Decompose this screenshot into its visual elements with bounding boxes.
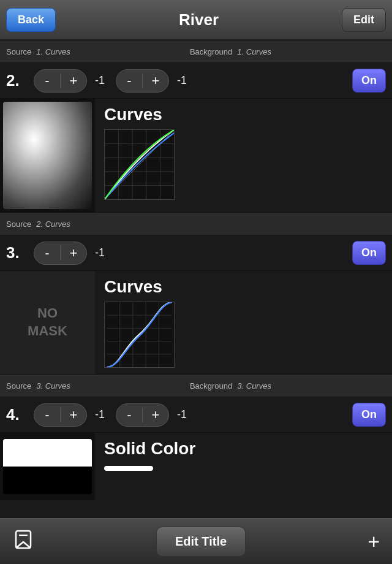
row3-source-curve-label: 2. Curves: [36, 219, 70, 229]
row-4-bar: Source 3. Curves Background 3. Curves: [0, 374, 392, 397]
row-4-content: Solid Color: [0, 433, 392, 500]
row2-source-stepper-group: - + -1: [34, 69, 110, 93]
row4-bg-stepper-group: - + -1: [116, 403, 192, 427]
row4-bg-minus-btn[interactable]: -: [116, 404, 142, 426]
row3-curves-graph[interactable]: [104, 302, 175, 368]
row4-bg-label: Background: [190, 381, 232, 391]
row4-solid-info: Solid Color: [95, 433, 392, 500]
row3-effect-panel: Curves: [95, 271, 392, 374]
row2-source-minus-btn[interactable]: -: [34, 70, 60, 92]
row3-source-val: -1: [90, 246, 110, 259]
row-4-controls: 4. - + -1 - + -1 On: [0, 397, 392, 433]
row4-solid-preview-inner: [3, 439, 92, 494]
row4-bg-stepper: - +: [116, 403, 169, 427]
row2-bg-stepper: - +: [116, 69, 169, 93]
row2-bg-stepper-group: - + -1: [116, 69, 192, 93]
row-2-number: 2.: [6, 71, 34, 90]
row2-source-curve-label: 1. Curves: [36, 47, 70, 56]
row2-bg-val: -1: [172, 74, 192, 87]
row3-source-stepper-group: - + -1: [34, 242, 110, 265]
row4-source-stepper-group: - + -1: [34, 403, 110, 427]
back-button[interactable]: Back: [6, 8, 56, 32]
row3-source-plus-btn[interactable]: +: [61, 242, 86, 264]
row3-source-stepper: - +: [34, 242, 87, 265]
row-4-number: 4.: [6, 405, 34, 424]
row2-curves-graph[interactable]: [104, 129, 175, 200]
row2-source-stepper: - +: [34, 69, 87, 93]
row4-source-val: -1: [90, 408, 110, 421]
header: Back River Edit: [0, 0, 392, 40]
row4-solid-color-bar: [104, 466, 153, 471]
row2-bg-minus-btn[interactable]: -: [116, 70, 142, 92]
row2-bg-plus-btn[interactable]: +: [143, 70, 168, 92]
row2-bg-label: Background: [190, 47, 232, 56]
row4-bg-curve-label: 3. Curves: [237, 381, 271, 391]
row2-bg-curve-label: 1. Curves: [237, 47, 271, 56]
row2-on-button[interactable]: On: [352, 69, 386, 93]
add-layer-button[interactable]: +: [368, 531, 380, 552]
row4-solid-bottom: [3, 467, 92, 494]
row4-bg-plus-btn[interactable]: +: [143, 404, 168, 426]
row-3-bar: Source 2. Curves: [0, 212, 392, 235]
row4-source-plus-btn[interactable]: +: [61, 404, 86, 426]
edit-title-button[interactable]: Edit Title: [156, 527, 246, 557]
row3-no-mask-label: NOMASK: [28, 305, 67, 340]
row-3-controls: 3. - + -1 On: [0, 235, 392, 271]
header-edit-button[interactable]: Edit: [342, 8, 386, 32]
bottom-toolbar: Edit Title +: [0, 518, 392, 564]
row3-source-minus-btn[interactable]: -: [34, 242, 60, 264]
row2-source-plus-btn[interactable]: +: [61, 70, 86, 92]
row2-effect-panel: Curves: [95, 99, 392, 212]
row2-mask-area: [0, 99, 95, 212]
page-title: River: [179, 10, 219, 29]
row-2-bar: Source 1. Curves Background 1. Curves: [0, 40, 392, 63]
row-2-controls: 2. - + -1 - + -1 On: [0, 63, 392, 99]
row4-bg-val: -1: [172, 408, 192, 421]
bookmark-icon[interactable]: [12, 528, 34, 555]
row3-mask-area: NOMASK: [0, 271, 95, 374]
row4-source-minus-btn[interactable]: -: [34, 404, 60, 426]
row2-source-val: -1: [90, 74, 110, 87]
row4-on-button[interactable]: On: [352, 403, 386, 427]
row3-source-label: Source: [6, 219, 31, 229]
row3-effect-title: Curves: [104, 277, 383, 297]
row3-on-button[interactable]: On: [352, 241, 386, 265]
row4-solid-top: [3, 439, 92, 467]
row4-solid-title: Solid Color: [104, 439, 383, 459]
row2-effect-title: Curves: [104, 105, 383, 124]
row4-source-label: Source: [6, 381, 31, 391]
row2-mask-gradient: [3, 102, 92, 209]
row-2-content: Curves: [0, 99, 392, 212]
row4-source-stepper: - +: [34, 403, 87, 427]
row-3-number: 3.: [6, 243, 34, 262]
row4-solid-preview: [0, 433, 95, 500]
row4-source-curve-label: 3. Curves: [36, 381, 70, 391]
row-3-content: NOMASK Curves: [0, 271, 392, 374]
row2-source-label: Source: [6, 47, 31, 56]
